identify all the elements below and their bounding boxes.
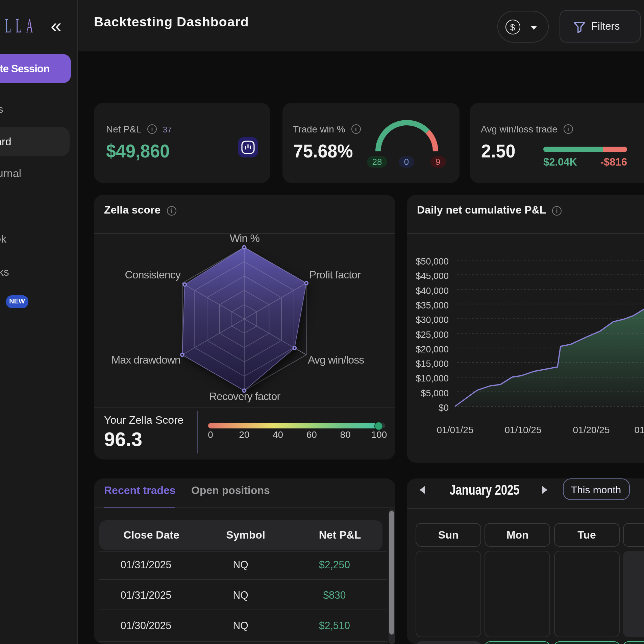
svg-text:$15,000: $15,000 [416,358,449,369]
svg-text:$25,000: $25,000 [416,329,449,340]
svg-text:01/10/25: 01/10/25 [505,424,542,435]
svg-text:01/01/25: 01/01/25 [437,424,474,435]
svg-text:01/20/25: 01/20/25 [573,424,610,435]
svg-text:$0: $0 [439,402,449,413]
svg-text:$5,000: $5,000 [421,388,449,398]
svg-text:$30,000: $30,000 [416,315,449,325]
svg-text:$50,000: $50,000 [416,256,449,266]
svg-text:$35,000: $35,000 [416,300,449,310]
svg-text:01/30/25: 01/30/25 [635,424,644,435]
svg-text:$20,000: $20,000 [416,344,449,354]
svg-text:$45,000: $45,000 [416,271,449,281]
svg-text:$10,000: $10,000 [416,373,449,383]
svg-text:$40,000: $40,000 [416,286,449,296]
